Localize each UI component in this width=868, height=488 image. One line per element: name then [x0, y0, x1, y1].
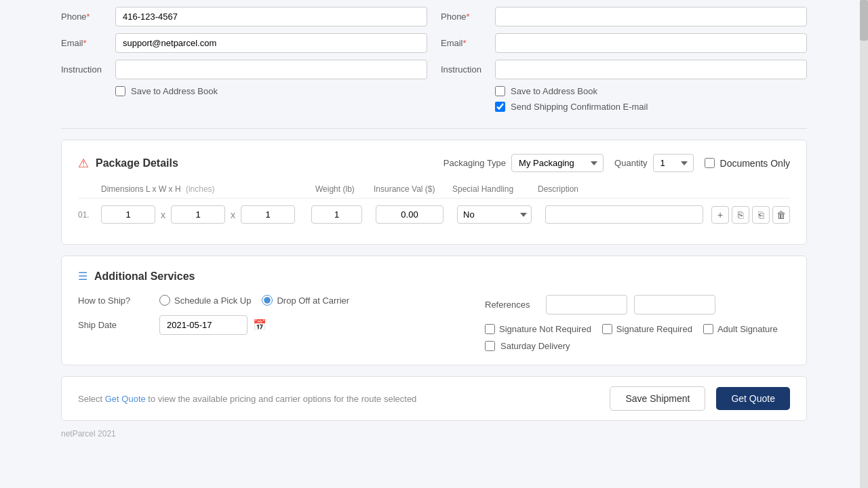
list-icon: ☰ [78, 270, 87, 283]
footer-bar: Select Get Quote to view the available p… [61, 376, 807, 421]
brand-name: netParcel [61, 429, 96, 439]
email-label-left: Email* [61, 38, 115, 48]
save-address-checkbox-left[interactable] [115, 86, 125, 96]
how-to-ship-label: How to Ship? [78, 296, 159, 306]
save-address-label-right: Save to Address Book [511, 86, 597, 96]
footer-info-text: Select Get Quote to view the available p… [78, 394, 416, 404]
weight-input[interactable] [311, 205, 362, 224]
dim-w-input[interactable] [171, 205, 225, 224]
quantity-select[interactable]: 1 2 3 [653, 154, 694, 172]
save-address-checkbox-right[interactable] [495, 86, 505, 96]
save-address-label-left: Save to Address Book [131, 86, 218, 96]
get-quote-link[interactable]: Get Quote [105, 394, 146, 404]
copy-row-button[interactable]: ⎘ [732, 206, 749, 224]
packaging-type-select[interactable]: My Packaging FedEx Box FedEx Envelope UP… [511, 154, 604, 172]
reference1-input[interactable] [546, 295, 627, 314]
delete-row-button[interactable]: 🗑 [772, 206, 790, 224]
ship-date-input[interactable] [159, 315, 248, 335]
insurance-input[interactable] [376, 205, 443, 224]
instruction-input-right[interactable] [495, 60, 807, 79]
dim-sep-1: x [161, 209, 165, 220]
send-shipping-checkbox[interactable] [495, 102, 505, 112]
signature-not-required-checkbox[interactable] [485, 324, 495, 334]
dims-header-dimensions: Dimensions L x W x H (inches) [101, 184, 311, 194]
additional-services-title: Additional Services [94, 270, 195, 283]
schedule-pickup-label: Schedule a Pick Up [174, 296, 251, 306]
special-handling-select[interactable]: No Yes [457, 205, 532, 224]
get-quote-button[interactable]: Get Quote [716, 387, 790, 410]
dim-l-input[interactable] [101, 205, 155, 224]
documents-only-label: Documents Only [720, 158, 790, 169]
drop-off-option[interactable]: Drop Off at Carrier [262, 295, 349, 306]
dims-header-insurance: Insurance Val ($) [374, 184, 448, 194]
dims-header-description: Description [538, 184, 790, 194]
page-footer: netParcel 2021 [61, 421, 807, 441]
schedule-pickup-option[interactable]: Schedule a Pick Up [159, 295, 251, 306]
add-row-button[interactable]: + [711, 206, 729, 224]
signature-not-required-label: Signature Not Required [499, 324, 591, 334]
schedule-pickup-radio[interactable] [159, 295, 170, 306]
documents-only-checkbox[interactable] [705, 158, 715, 168]
drop-off-radio[interactable] [262, 295, 273, 306]
dims-header-weight: Weight (lb) [315, 184, 370, 194]
package-icon: ⚠ [78, 156, 89, 171]
row-number: 01. [78, 210, 97, 220]
instruction-input-left[interactable] [115, 60, 427, 79]
dim-h-input[interactable] [241, 205, 295, 224]
drop-off-label: Drop Off at Carrier [277, 296, 349, 306]
saturday-delivery-label: Saturday Delivery [500, 341, 570, 351]
reference2-input[interactable] [634, 295, 715, 314]
signature-required-label: Signature Required [616, 324, 692, 334]
dim-sep-2: x [231, 209, 235, 220]
email-label-right: Email* [441, 38, 495, 48]
package-details-title: Package Details [96, 157, 178, 169]
ship-date-label: Ship Date [78, 320, 159, 330]
phone-input-left[interactable] [115, 7, 427, 26]
dims-header-special: Special Handling [452, 184, 534, 194]
instruction-label-right: Instruction [441, 64, 495, 75]
quantity-label: Quantity [614, 158, 647, 168]
references-label: References [485, 300, 539, 310]
email-input-left[interactable] [115, 33, 427, 53]
calendar-icon[interactable]: 📅 [253, 319, 267, 331]
email-input-right[interactable] [495, 33, 807, 53]
paste-row-button[interactable]: ⎗ [752, 206, 770, 224]
packaging-type-label: Packaging Type [443, 158, 506, 168]
instruction-label-left: Instruction [61, 64, 115, 75]
adult-signature-checkbox[interactable] [703, 324, 713, 334]
table-row: 01. x x No Yes + ⎘ [78, 199, 790, 230]
phone-input-right[interactable] [495, 7, 807, 26]
phone-label-right: Phone* [441, 12, 495, 22]
documents-only-group: Documents Only [705, 158, 790, 169]
saturday-delivery-checkbox[interactable] [485, 341, 495, 351]
save-shipment-button[interactable]: Save Shipment [610, 386, 705, 411]
send-shipping-label: Send Shipping Confirmation E-mail [511, 102, 648, 112]
adult-signature-label: Adult Signature [717, 324, 778, 334]
phone-label-left: Phone* [61, 12, 115, 22]
signature-required-checkbox[interactable] [602, 324, 612, 334]
description-input[interactable] [545, 205, 703, 224]
